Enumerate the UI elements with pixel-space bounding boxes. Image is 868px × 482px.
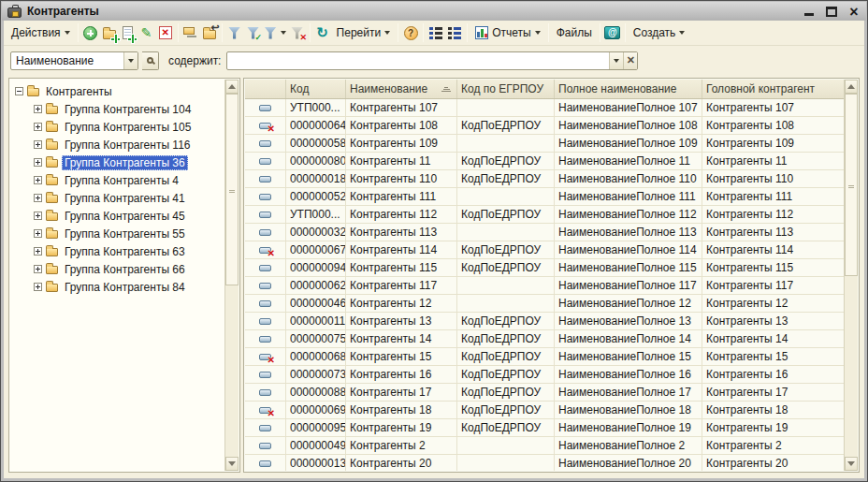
tree-group-item[interactable]: Группа Контрагенты 36 [10, 153, 224, 171]
tree-group-item[interactable]: Группа Контрагенты 116 [10, 136, 224, 153]
expand-icon[interactable] [34, 176, 42, 184]
cell-code: 000000095 [286, 419, 346, 436]
files-button[interactable]: Файлы [552, 22, 597, 44]
table-row[interactable]: ✕ 000000013 Контрагенты 20 НаименованиеП… [245, 455, 844, 471]
tree-view-button[interactable] [445, 22, 464, 44]
item-icon: ✕ [259, 354, 271, 360]
table-row[interactable]: ✕ 000000018 Контрагенты 110 КодПоЕДРПОУ … [245, 170, 844, 188]
refresh-button[interactable]: ↻ [313, 22, 332, 44]
expand-icon[interactable] [34, 123, 42, 131]
filter-settings-button[interactable] [263, 22, 288, 44]
list-view-button[interactable] [427, 22, 445, 44]
table-row[interactable]: ✕ 000000046 Контрагенты 12 НаименованиеП… [245, 295, 844, 313]
table-row[interactable]: ✕ 000000073 Контрагенты 16 КодПоЕДРПОУ Н… [245, 366, 844, 384]
table-row[interactable]: ✕ 000000094 Контрагенты 115 КодПоЕДРПОУ … [245, 259, 844, 277]
table-row[interactable]: ✕ 000000049 Контрагенты 2 НаименованиеПо… [245, 437, 844, 455]
filter-field-combobox[interactable]: Наименование [10, 51, 138, 70]
cell-row-icon: ✕ [245, 437, 286, 454]
expand-icon[interactable] [34, 265, 42, 273]
move-to-group-button[interactable]: ↩ [200, 22, 219, 44]
item-icon: ✕ [259, 140, 271, 147]
tree-group-item[interactable]: Группа Контрагенты 4 [10, 171, 224, 189]
table-row[interactable]: ✕ 000000068 Контрагенты 15 КодПоЕДРПОУ Н… [245, 348, 844, 366]
scroll-up-button[interactable] [845, 80, 858, 94]
create-menu-button[interactable]: Создать [629, 22, 690, 44]
expand-icon[interactable] [34, 229, 42, 238]
filter-by-value-button[interactable]: ✓ [244, 22, 263, 44]
collapse-icon[interactable] [15, 87, 23, 95]
tree-group-item[interactable]: Группа Контрагенты 63 [10, 242, 224, 260]
cell-code: 000000094 [286, 259, 346, 276]
clear-filter-button[interactable]: ✕ [288, 22, 307, 44]
table-row[interactable]: ✕ 000000080 Контрагенты 11 КодПоЕДРПОУ Н… [245, 153, 844, 170]
delete-item-button[interactable]: ✕ [156, 22, 175, 44]
cell-fullname: НаименованиеПолное 113 [555, 224, 702, 241]
scroll-up-button[interactable] [225, 80, 239, 94]
reports-menu-button[interactable]: Отчеты [470, 22, 544, 44]
scrollbar-thumb[interactable] [225, 94, 239, 285]
table-row[interactable]: ✕ 000000052 Контрагенты 111 Наименование… [245, 188, 844, 206]
filter-field-dropdown-button[interactable] [123, 52, 137, 69]
actions-menu-button[interactable]: Действия [7, 22, 75, 44]
table-row[interactable]: ✕ 000000067 Контрагенты 114 КодПоЕДРПОУ … [245, 241, 844, 259]
table-row[interactable]: ✕ 000000032 Контрагенты 113 Наименование… [245, 224, 844, 241]
table-scrollbar[interactable] [844, 80, 858, 471]
expand-icon[interactable] [34, 283, 42, 291]
cell-code: 000000073 [286, 366, 346, 383]
tree-group-item[interactable]: Группа Контрагенты 45 [10, 207, 224, 225]
column-header-egrpou[interactable]: Код по ЕГРПОУ [457, 80, 555, 98]
tree-group-item[interactable]: Группа Контрагенты 84 [10, 278, 224, 296]
column-header-icon[interactable] [245, 80, 286, 98]
tree-group-item[interactable]: Группа Контрагенты 66 [10, 260, 224, 278]
add-group-button[interactable] [100, 22, 119, 44]
minimize-button[interactable] [803, 6, 816, 18]
filter-clear-input-button[interactable]: ✕ [623, 52, 637, 69]
toolbar-separator [548, 23, 549, 42]
column-header-head[interactable]: Головной контрагент [702, 80, 844, 98]
help-button[interactable]: ? [401, 22, 420, 44]
folder-icon [46, 266, 58, 274]
expand-icon[interactable] [34, 194, 42, 202]
search-button[interactable] [142, 51, 159, 70]
expand-icon[interactable] [34, 140, 42, 149]
table-row[interactable]: ✕ УТП000... Контрагенты 112 КодПоЕДРПОУ … [245, 206, 844, 224]
column-header-name[interactable]: Наименование [346, 80, 457, 98]
column-header-fullname[interactable]: Полное наименование [555, 80, 702, 98]
expand-icon[interactable] [34, 105, 42, 113]
filter-history-dropdown-button[interactable] [609, 52, 623, 69]
table-row[interactable]: ✕ 000000062 Контрагенты 117 Наименование… [245, 277, 844, 295]
mail-button[interactable]: @ [603, 22, 622, 44]
table-row[interactable]: ✕ 000000064 Контрагенты 108 КодПоЕДРПОУ … [245, 117, 844, 135]
cell-fullname: НаименованиеПолное 108 [555, 117, 702, 134]
copy-item-button[interactable] [119, 22, 137, 44]
maximize-button[interactable] [825, 6, 838, 18]
filter-text-input[interactable] [227, 52, 609, 69]
expand-icon[interactable] [34, 247, 42, 256]
table-row[interactable]: ✕ 000000058 Контрагенты 109 Наименование… [245, 135, 844, 153]
goto-menu-button[interactable]: Перейти [332, 22, 396, 44]
expand-icon[interactable] [34, 212, 42, 220]
tree-group-item[interactable]: Группа Контрагенты 105 [10, 118, 224, 136]
add-item-button[interactable] [81, 22, 100, 44]
scroll-down-button[interactable] [225, 457, 239, 471]
tree-group-item[interactable]: Группа Контрагенты 55 [10, 225, 224, 242]
table-row[interactable]: ✕ 000000011 Контрагенты 13 КодПоЕДРПОУ Н… [245, 313, 844, 330]
column-header-code[interactable]: Код [286, 80, 346, 98]
set-filter-button[interactable] [225, 22, 244, 44]
table-row[interactable]: ✕ 000000088 Контрагенты 17 КодПоЕДРПОУ Н… [245, 384, 844, 402]
tree-group-item[interactable]: Группа Контрагенты 104 [10, 100, 224, 118]
edit-item-button[interactable]: ✎ [137, 22, 156, 44]
table-row[interactable]: ✕ 000000095 Контрагенты 19 КодПоЕДРПОУ Н… [245, 419, 844, 437]
scroll-down-button[interactable] [845, 457, 858, 471]
table-row[interactable]: ✕ 000000075 Контрагенты 14 КодПоЕДРПОУ Н… [245, 330, 844, 348]
close-button[interactable]: × [847, 6, 861, 18]
tree-group-item[interactable]: Группа Контрагенты 41 [10, 189, 224, 207]
tree-scrollbar[interactable] [224, 80, 239, 471]
scrollbar-thumb[interactable] [845, 94, 858, 276]
expand-icon[interactable] [34, 158, 42, 167]
table-row[interactable]: ✕ УТП000... Контрагенты 107 Наименование… [245, 99, 844, 117]
hierarchy-view-button[interactable] [181, 22, 200, 44]
table-row[interactable]: ✕ 000000069 Контрагенты 18 КодПоЕДРПОУ Н… [245, 402, 844, 419]
tree-root-item[interactable]: Контрагенты [10, 82, 224, 100]
close-icon: ✕ [627, 54, 635, 66]
